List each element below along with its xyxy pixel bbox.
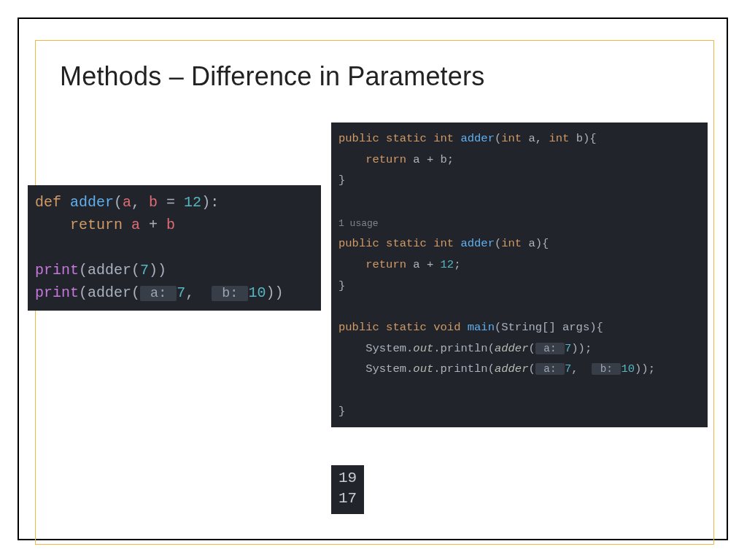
fn-name: adder <box>70 194 114 211</box>
param-hint: b: <box>592 363 621 375</box>
keyword-return: return <box>35 217 131 233</box>
output-block: 19 17 <box>331 465 364 514</box>
python-code-block: def adder(a, b = 12): return a + b print… <box>28 185 321 311</box>
fn-print: print <box>35 262 79 279</box>
fn-print: print <box>35 284 79 301</box>
slide-title: Methods – Difference in Parameters <box>60 61 484 92</box>
usage-hint: 1 usage <box>338 212 379 233</box>
param-hint: a: <box>535 363 565 375</box>
java-code-block: public static int adder(int a, int b){ r… <box>331 122 708 427</box>
param-hint: a: <box>535 343 565 354</box>
output-line: 19 <box>338 470 357 486</box>
keyword-def: def <box>35 194 70 211</box>
output-line: 17 <box>338 490 357 507</box>
param-hint: a: <box>140 286 177 301</box>
param-hint: b: <box>212 286 248 301</box>
